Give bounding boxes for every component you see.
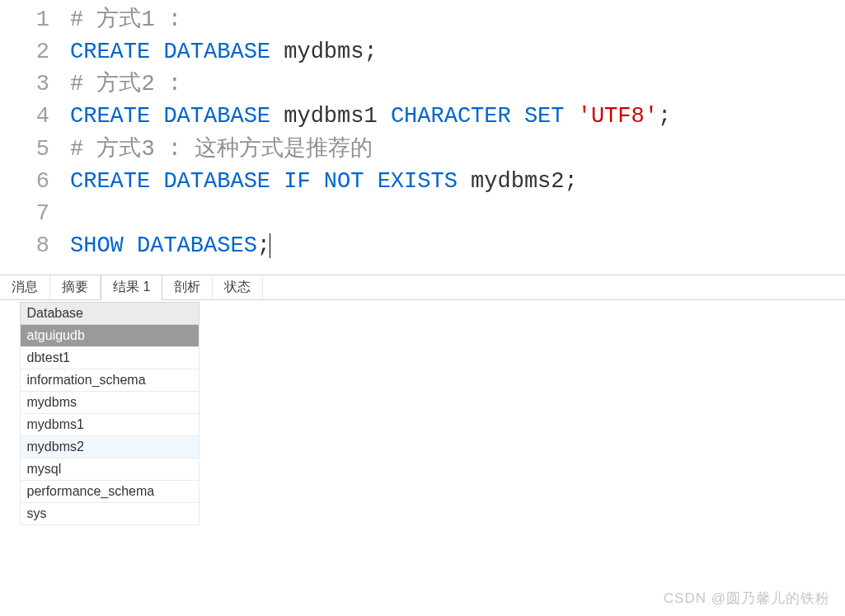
token-ident	[270, 169, 284, 194]
line-number: 4	[0, 101, 70, 133]
token-keyword: NOT	[324, 169, 364, 194]
table-row[interactable]: mydbms2	[10, 436, 200, 458]
line-number: 2	[0, 36, 70, 68]
tab-3[interactable]: 剖析	[162, 275, 213, 299]
tab-4[interactable]: 状态	[213, 275, 263, 299]
token-ident	[150, 169, 163, 194]
token-ident	[565, 104, 578, 129]
token-keyword: DATABASE	[163, 40, 270, 64]
code-line[interactable]: 3# 方式2 :	[0, 68, 845, 101]
line-content[interactable]: # 方式1 :	[70, 4, 845, 36]
token-ident	[150, 104, 163, 129]
table-row[interactable]: performance_schema	[10, 481, 200, 503]
token-keyword: DATABASES	[137, 233, 257, 258]
line-content[interactable]	[70, 198, 845, 230]
results-panel: Database▶atguigudbdbtest1information_sch…	[0, 302, 845, 525]
line-content[interactable]: SHOW DATABASES;	[70, 230, 845, 262]
token-punct: ;	[658, 104, 671, 129]
table-row[interactable]: ▶atguigudb	[10, 325, 200, 347]
cell-database-name[interactable]: dbtest1	[20, 347, 200, 369]
cell-database-name[interactable]: mydbms1	[20, 414, 200, 436]
cell-database-name[interactable]: sys	[20, 503, 200, 525]
row-indicator-icon	[10, 436, 20, 458]
line-content[interactable]: CREATE DATABASE IF NOT EXISTS mydbms2;	[70, 166, 845, 198]
token-keyword: SET	[524, 104, 565, 129]
code-line[interactable]: 1# 方式1 :	[0, 4, 845, 36]
token-keyword: CREATE	[70, 40, 150, 64]
table-row[interactable]: sys	[10, 503, 200, 525]
token-ident	[364, 169, 377, 194]
token-keyword: EXISTS	[378, 169, 458, 194]
code-line[interactable]: 8SHOW DATABASES;	[0, 230, 845, 262]
token-keyword: CREATE	[70, 104, 150, 129]
token-keyword: DATABASE	[163, 104, 270, 129]
row-indicator-icon: ▶	[10, 325, 20, 347]
line-number: 3	[0, 68, 70, 101]
token-ident	[150, 40, 163, 64]
line-number: 7	[0, 198, 70, 230]
token-punct: ;	[565, 169, 578, 194]
line-number: 1	[0, 4, 70, 36]
tab-2[interactable]: 结果 1	[101, 275, 162, 300]
results-table[interactable]: Database▶atguigudbdbtest1information_sch…	[10, 302, 200, 525]
line-content[interactable]: # 方式2 :	[70, 68, 845, 101]
line-number: 8	[0, 230, 70, 262]
token-comment: # 方式1 :	[70, 7, 181, 32]
row-indicator-icon	[10, 369, 20, 392]
row-indicator-icon	[10, 458, 20, 481]
token-ident: mydbms1	[284, 104, 377, 129]
tab-0[interactable]: 消息	[0, 275, 50, 299]
row-indicator-icon	[10, 414, 20, 436]
token-ident	[378, 104, 391, 129]
cell-database-name[interactable]: performance_schema	[20, 481, 200, 503]
text-cursor	[270, 233, 270, 258]
cell-database-name[interactable]: information_schema	[20, 369, 200, 392]
results-tabs-bar: 消息摘要结果 1剖析状态	[0, 275, 845, 300]
token-comment: # 方式2 :	[70, 72, 181, 96]
sql-editor[interactable]: 1# 方式1 :2CREATE DATABASE mydbms;3# 方式2 :…	[0, 0, 845, 275]
table-row[interactable]: mydbms	[10, 392, 200, 414]
table-row[interactable]: mysql	[10, 458, 200, 481]
row-indicator-icon	[10, 347, 20, 369]
cell-database-name[interactable]: atguigudb	[20, 325, 200, 347]
table-row[interactable]: mydbms1	[10, 414, 200, 436]
line-content[interactable]: CREATE DATABASE mydbms;	[70, 36, 845, 68]
row-indicator-icon	[10, 392, 20, 414]
code-line[interactable]: 5# 方式3 : 这种方式是推荐的	[0, 134, 845, 166]
token-keyword: CHARACTER	[391, 104, 511, 129]
cell-database-name[interactable]: mydbms2	[20, 436, 200, 458]
line-number: 6	[0, 166, 70, 198]
table-row[interactable]: information_schema	[10, 369, 200, 392]
code-line[interactable]: 2CREATE DATABASE mydbms;	[0, 36, 845, 68]
row-indicator-icon	[10, 503, 20, 525]
watermark-text: CSDN @圆乃馨儿的铁粉	[664, 589, 830, 608]
table-row[interactable]: dbtest1	[10, 347, 200, 369]
token-ident	[458, 169, 471, 194]
cell-database-name[interactable]: mydbms	[20, 392, 200, 414]
code-line[interactable]: 4CREATE DATABASE mydbms1 CHARACTER SET '…	[0, 101, 845, 133]
token-punct: ;	[257, 233, 270, 258]
row-indicator-header	[10, 303, 20, 325]
column-header-database[interactable]: Database	[20, 303, 200, 325]
line-content[interactable]: # 方式3 : 这种方式是推荐的	[70, 134, 845, 166]
code-line[interactable]: 6CREATE DATABASE IF NOT EXISTS mydbms2;	[0, 166, 845, 198]
code-line[interactable]: 7	[0, 198, 845, 230]
token-keyword: IF	[284, 169, 310, 194]
token-keyword: SHOW	[70, 233, 124, 258]
cell-database-name[interactable]: mysql	[20, 458, 200, 481]
row-indicator-icon	[10, 481, 20, 503]
line-number: 5	[0, 134, 70, 166]
token-ident	[270, 104, 284, 129]
token-punct: ;	[364, 40, 377, 64]
token-ident	[270, 40, 284, 64]
token-ident	[311, 169, 324, 194]
token-keyword: DATABASE	[163, 169, 270, 194]
token-string: 'UTF8'	[578, 104, 658, 129]
line-content[interactable]: CREATE DATABASE mydbms1 CHARACTER SET 'U…	[70, 101, 845, 133]
token-ident: mydbms2	[471, 169, 564, 194]
tab-1[interactable]: 摘要	[50, 275, 101, 299]
token-comment: # 方式3 : 这种方式是推荐的	[70, 137, 373, 162]
token-ident	[511, 104, 524, 129]
token-keyword: CREATE	[70, 169, 150, 194]
token-ident: mydbms	[284, 40, 364, 64]
